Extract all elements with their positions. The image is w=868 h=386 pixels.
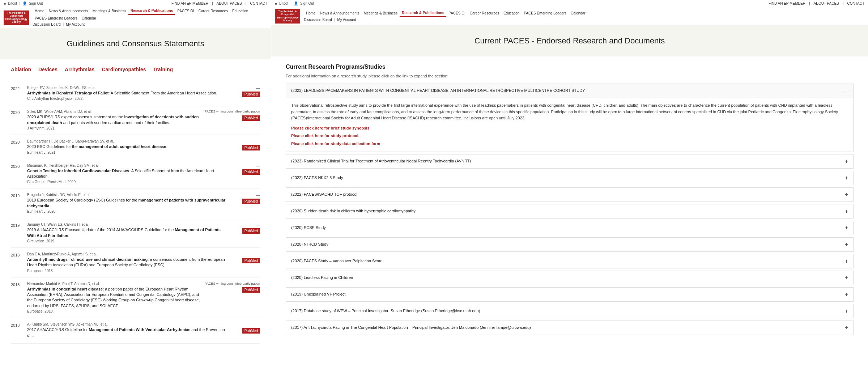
nav-my-account[interactable]: My Account [66,22,85,26]
right-nav-wrapper: Home News & Announcements Meetings & Bus… [304,7,864,25]
left-contact-link[interactable]: CONTACT [250,1,267,5]
accordion-header-9[interactable]: (2017) Database study of WPW – Principal… [286,304,853,318]
nav-meetings[interactable]: Meetings & Business [90,8,128,14]
pubmed-link[interactable]: PubMed [242,92,260,97]
right-nav-links: Home News & Announcements Meetings & Bus… [304,9,864,17]
right-nav-paces-qi[interactable]: PACES QI [446,10,468,17]
pubmed-link[interactable]: PubMed [242,199,260,204]
right-signout-link[interactable]: Sign Out [300,1,314,5]
entry-title: Arrhythmias in congenital heart disease:… [27,287,201,309]
right-about-link[interactable]: ABOUT PACES [814,1,839,5]
entry-authors: Stiles MK, Wilde AAM, Abrams DJ, et al. [27,110,201,114]
entry-dash: — [256,193,260,197]
pubmed-link[interactable]: PubMed [242,169,260,175]
nav-career[interactable]: Career Resources [196,8,230,14]
accordion-header-leadless[interactable]: (2023) LEADLESS PACEMAKERS IN PATIENTS W… [286,84,853,98]
right-topbar-links: FIND AN EP MEMBER | ABOUT PACES | CONTAC… [769,1,864,5]
pubmed-link[interactable]: PubMed [242,328,260,334]
entry-year: 2018 [11,282,24,287]
entry-authors: Brugada J, Katritsis DG, Arbelo E, et al… [27,193,227,197]
tab-arrhythmias[interactable]: Arrhythmias [65,67,94,72]
accordion-header-2[interactable]: (2022) PACES/ISACHD TOF protocol + [286,188,853,202]
tab-cardiomyopathies[interactable]: Cardiomyopathies [102,67,146,72]
right-contact-link[interactable]: CONTACT [847,1,864,5]
pubmed-link[interactable]: PubMed [242,228,260,234]
right-nav-career[interactable]: Career Resources [468,10,501,17]
accordion-header-10[interactable]: (2017) AntiTachycardia Pacing in The Con… [286,321,853,335]
left-about-link[interactable]: ABOUT PACES [217,1,242,5]
accordion-title-0: (2023) Randomized Clinical Trial for Tre… [291,158,841,164]
signout-icon: 👤 [22,1,27,5]
accordion-header-4[interactable]: (2020) PCSP Study + [286,221,853,235]
entry-year: 2019 [11,222,24,228]
left-bitcoin-label: Bitcot [8,1,17,5]
right-nav-meetings[interactable]: Meetings & Business [362,10,400,17]
table-row: 2022 Krieger EV, Zappenfeld K, DeWitt ES… [11,81,260,105]
left-find-ep-link[interactable]: FIND AN EP MEMBER [171,1,208,5]
right-nav-emerging[interactable]: PACES Emerging Leaders [522,10,569,17]
entry-journal: Eur Heart J. 2020. [27,209,227,213]
tab-training[interactable]: Training [153,67,173,72]
accordion-header-3[interactable]: (2020) Sudden death risk in children wit… [286,204,853,218]
pubmed-link[interactable]: PubMed [242,145,260,150]
right-nav-calendar[interactable]: Calendar [569,10,588,17]
study-link-protocol[interactable]: Please click here for study protocol. [291,133,848,139]
right-nav-news[interactable]: News & Announcements [318,10,362,17]
tab-ablation[interactable]: Ablation [11,67,31,72]
entry-content: Hernández-Madrid A, Paul T, Abrams D, et… [27,282,201,314]
study-link-data-form[interactable]: Please click here for study data collect… [291,141,848,147]
right-page-header: Current PACES - Endorsed Research and Do… [271,25,868,56]
accordion-header-6[interactable]: (2020) PACES Study – Vancouver Palpitati… [286,254,853,268]
right-topbar-brand: ■ Bitcot | 👤 Sign Out [275,1,314,5]
nav-home[interactable]: Home [33,8,47,14]
accordion-title-9: (2017) Database study of WPW – Principal… [291,308,841,314]
table-row: 2018 Hernández-Madrid A, Paul T, Abrams … [11,277,260,318]
right-find-ep-link[interactable]: FIND AN EP MEMBER [769,1,805,5]
right-panel: ■ Bitcot | 👤 Sign Out FIND AN EP MEMBER … [271,0,868,386]
accordion-title-10: (2017) AntiTachycardia Pacing in The Con… [291,325,841,330]
nav-discussion[interactable]: Discussion Board [33,22,61,26]
accordion-header-5[interactable]: (2020) NT-ICD Study + [286,238,853,251]
entry-title: 2017 AHA/ACC/HRS Guideline for Managemen… [27,327,227,338]
nav-education[interactable]: Education [230,8,250,14]
entry-title: 2020 ESC Guidelines for the management o… [27,144,227,149]
entry-dash: — [256,322,260,327]
left-top-bar: ■ Bitcot | 👤 Sign Out FIND AN EP MEMBER … [0,0,271,7]
accordion-header-8[interactable]: (2019) Unexplained VF Project + [286,288,853,301]
pubmed-link[interactable]: PubMed [242,287,260,293]
nav-news[interactable]: News & Announcements [47,8,90,14]
right-signout-icon: 👤 [294,1,298,5]
entry-authors: Hernández-Madrid A, Paul T, Abrams D, et… [27,282,201,286]
left-panel: ■ Bitcot | 👤 Sign Out FIND AN EP MEMBER … [0,0,271,386]
nav-emerging[interactable]: PACES Emerging Leaders [33,15,80,22]
nav-research[interactable]: Research & Publications [128,7,175,15]
accordion-title-3: (2020) Sudden death risk in children wit… [291,208,841,214]
accordion-header-1[interactable]: (2022) PACES NKX2.5 Study + [286,171,853,185]
accordion-item-7: (2020) Leadless Pacing in Children + [286,271,854,285]
accordion-expand-icon-10: + [845,325,848,331]
pubmed-link[interactable]: PubMed [242,258,260,263]
accordion-item-0: (2023) Randomized Clinical Trial for Tre… [286,154,854,169]
entry-title: 2019 AHA/ACC/HRS Focused Update of the 2… [27,227,227,238]
right-nav-bar: The Pediatric & Congenital Electrophysio… [271,7,868,25]
entry-year: 2018 [11,322,24,327]
entry-meta: — PubMed [231,222,260,234]
right-nav-home[interactable]: Home [304,10,318,17]
accordion-header-0[interactable]: (2023) Randomized Clinical Trial for Tre… [286,154,853,168]
left-signout-link[interactable]: Sign Out [29,1,43,5]
right-nav-discussion[interactable]: Discussion Board [304,18,332,22]
nav-calendar[interactable]: Calendar [80,15,99,22]
accordion-item-6: (2020) PACES Study – Vancouver Palpitati… [286,254,854,268]
right-nav-research[interactable]: Research & Publications [400,9,446,17]
study-link-synopsis[interactable]: Please click here for brief study synops… [291,125,848,132]
accordion-expand-icon-3: + [845,208,848,215]
left-nav-bar: The Pediatric & Congenital Electrophysio… [0,7,271,28]
tab-devices[interactable]: Devices [38,67,58,72]
pubmed-link[interactable]: PubMed [242,115,260,121]
accordion-title-7: (2020) Leadless Pacing in Children [291,275,841,280]
table-row: 2019 Brugada J, Katritsis DG, Arbelo E, … [11,188,260,218]
right-nav-my-account[interactable]: My Account [337,18,356,22]
right-nav-education[interactable]: Education [501,10,522,17]
accordion-header-7[interactable]: (2020) Leadless Pacing in Children + [286,271,853,285]
nav-paces-qi[interactable]: PACES QI [175,8,196,14]
